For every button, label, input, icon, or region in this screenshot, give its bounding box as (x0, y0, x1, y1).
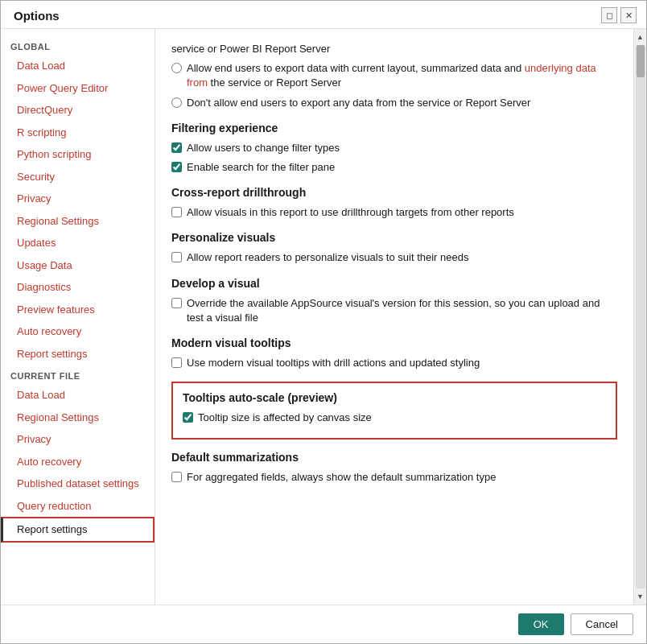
sidebar-item-report-settings[interactable]: Report settings (1, 343, 155, 365)
radio-text-1: service or Power BI Report Server (171, 42, 330, 56)
window-controls: ◻ ✕ (601, 7, 637, 23)
main-content: service or Power BI Report Server Allow … (155, 29, 646, 605)
checkbox-label-modern-tooltips: Use modern visual tooltips with drill ac… (187, 356, 480, 370)
options-dialog: Options ◻ ✕ GLOBAL Data Load Power Query… (0, 0, 647, 644)
radio-option-2[interactable]: Allow end users to export data with curr… (171, 61, 617, 90)
checkbox-label-filter-types: Allow users to change filter types (187, 141, 340, 155)
dialog-footer: OK Cancel (1, 605, 646, 643)
sidebar-item-current-published-dataset[interactable]: Published dataset settings (1, 473, 155, 495)
dialog-title: Options (14, 9, 60, 23)
sidebar-item-diagnostics[interactable]: Diagnostics (1, 276, 155, 299)
sidebar-item-power-query-editor[interactable]: Power Query Editor (1, 77, 155, 100)
sidebar-item-current-query-reduction[interactable]: Query reduction (1, 495, 155, 518)
checkbox-label-tooltip-canvas: Tooltip size is affected by canvas size (198, 411, 372, 425)
filtering-experience-header: Filtering experience (171, 122, 617, 134)
sidebar-item-updates[interactable]: Updates (1, 232, 155, 254)
checkbox-tooltip-canvas[interactable]: Tooltip size is affected by canvas size (183, 411, 606, 425)
checkbox-filter-pane[interactable]: Enable search for the filter pane (171, 160, 617, 175)
sidebar-item-usage-data[interactable]: Usage Data (1, 254, 155, 277)
checkbox-label-develop-visual: Override the available AppSource visual'… (187, 296, 617, 325)
sidebar-item-python-scripting[interactable]: Python scripting (1, 143, 155, 166)
sidebar-item-regional-settings[interactable]: Regional Settings (1, 210, 155, 233)
radio-label-2: Allow end users to export data with curr… (187, 61, 617, 90)
checkbox-modern-tooltips[interactable]: Use modern visual tooltips with drill ac… (171, 356, 617, 370)
modern-tooltips-header: Modern visual tooltips (171, 336, 617, 349)
scroll-thumb[interactable] (637, 45, 645, 77)
sidebar-item-current-data-load[interactable]: Data Load (1, 384, 155, 407)
checkbox-input-default-summarization[interactable] (171, 472, 182, 482)
radio-option-3[interactable]: Don't allow end users to export any data… (171, 96, 617, 110)
radio-option-1: service or Power BI Report Server (171, 42, 617, 56)
scroll-down-button[interactable]: ▼ (634, 590, 647, 603)
checkbox-default-summarization[interactable]: For aggregated fields, always show the d… (171, 470, 617, 485)
checkbox-input-filter-pane[interactable] (171, 162, 182, 172)
radio-link-2: underlying data from (187, 62, 596, 89)
radio-input-3[interactable] (171, 97, 182, 108)
tooltips-autoscale-section: Tooltips auto-scale (preview) Tooltip si… (171, 382, 617, 440)
sidebar-item-auto-recovery[interactable]: Auto recovery (1, 320, 155, 343)
vertical-scrollbar[interactable]: ▲ ▼ (633, 29, 646, 605)
checkbox-label-drillthrough: Allow visuals in this report to use dril… (187, 205, 514, 220)
current-section-label: CURRENT FILE (1, 365, 155, 384)
checkbox-input-filter-types[interactable] (171, 142, 182, 153)
sidebar-item-current-privacy[interactable]: Privacy (1, 428, 155, 451)
scroll-up-button[interactable]: ▲ (634, 31, 647, 43)
global-section-label: GLOBAL (1, 35, 155, 55)
checkbox-label-personalize: Allow report readers to personalize visu… (187, 250, 468, 265)
sidebar-item-directquery[interactable]: DirectQuery (1, 99, 155, 122)
cross-report-header: Cross-report drillthrough (171, 186, 617, 199)
radio-label-3: Don't allow end users to export any data… (187, 96, 530, 110)
checkbox-input-tooltip-canvas[interactable] (183, 412, 193, 423)
scroll-track[interactable] (636, 45, 645, 588)
checkbox-input-modern-tooltips[interactable] (171, 357, 182, 368)
sidebar-item-data-load[interactable]: Data Load (1, 55, 155, 77)
sidebar-item-current-regional-settings[interactable]: Regional Settings (1, 407, 155, 429)
checkbox-input-personalize[interactable] (171, 252, 182, 262)
cancel-button[interactable]: Cancel (571, 613, 633, 635)
develop-visual-header: Develop a visual (171, 277, 617, 290)
sidebar-item-privacy[interactable]: Privacy (1, 188, 155, 210)
title-bar: Options ◻ ✕ (1, 1, 646, 29)
ok-button[interactable]: OK (518, 613, 564, 635)
sidebar-item-r-scripting[interactable]: R scripting (1, 122, 155, 144)
close-button[interactable]: ✕ (620, 7, 637, 23)
checkbox-filter-types[interactable]: Allow users to change filter types (171, 141, 617, 155)
sidebar-item-current-auto-recovery[interactable]: Auto recovery (1, 451, 155, 473)
personalize-visuals-header: Personalize visuals (171, 231, 617, 244)
checkbox-personalize[interactable]: Allow report readers to personalize visu… (171, 250, 617, 265)
checkbox-input-drillthrough[interactable] (171, 207, 182, 217)
sidebar-item-security[interactable]: Security (1, 166, 155, 188)
restore-button[interactable]: ◻ (601, 7, 617, 23)
checkbox-label-default-summarization: For aggregated fields, always show the d… (187, 470, 496, 485)
default-summarizations-header: Default summarizations (171, 451, 617, 464)
dialog-body: GLOBAL Data Load Power Query Editor Dire… (1, 29, 646, 605)
checkbox-drillthrough[interactable]: Allow visuals in this report to use dril… (171, 205, 617, 220)
tooltips-autoscale-header: Tooltips auto-scale (preview) (183, 391, 606, 404)
sidebar-item-preview-features[interactable]: Preview features (1, 299, 155, 321)
content-area: service or Power BI Report Server Allow … (155, 29, 633, 605)
checkbox-input-develop-visual[interactable] (171, 298, 182, 308)
sidebar-item-current-report-settings[interactable]: Report settings (1, 517, 155, 543)
checkbox-develop-visual[interactable]: Override the available AppSource visual'… (171, 296, 617, 325)
sidebar: GLOBAL Data Load Power Query Editor Dire… (1, 29, 155, 605)
radio-input-2[interactable] (171, 63, 182, 73)
checkbox-label-filter-pane: Enable search for the filter pane (187, 160, 335, 175)
